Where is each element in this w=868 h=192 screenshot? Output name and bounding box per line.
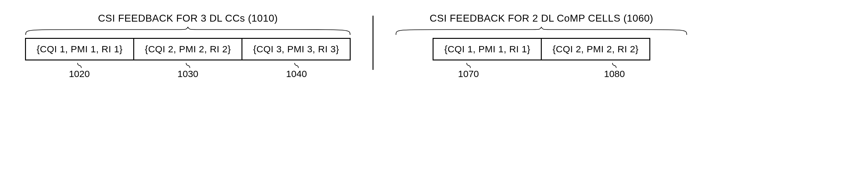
left-cell-2: {CQI 2, PMI 2, RI 2} <box>133 39 242 59</box>
right-brace-icon <box>395 27 687 35</box>
left-refs: 1020 1030 1040 <box>25 60 351 79</box>
left-ref-1: 1020 <box>25 62 133 79</box>
left-row: {CQI 1, PMI 1, RI 1} {CQI 2, PMI 2, RI 2… <box>25 38 351 60</box>
callout-tick-icon <box>76 62 83 68</box>
callout-tick-icon <box>184 62 192 68</box>
left-ref-2: 1030 <box>133 62 242 79</box>
right-ref-2: 1080 <box>541 62 687 79</box>
left-title: CSI FEEDBACK FOR 3 DL CCs (1010) <box>98 12 278 24</box>
right-panel: CSI FEEDBACK FOR 2 DL CoMP CELLS (1060) … <box>395 12 687 79</box>
vertical-divider <box>373 16 373 70</box>
left-cell-1: {CQI 1, PMI 1, RI 1} <box>26 39 133 59</box>
callout-tick-icon <box>293 62 300 68</box>
right-refs: 1070 1080 <box>395 60 687 79</box>
callout-tick-icon <box>465 62 472 68</box>
right-ref-2-num: 1080 <box>604 68 625 79</box>
right-cell-2: {CQI 2, PMI 2, RI 2} <box>541 39 649 59</box>
left-brace-icon <box>25 27 351 35</box>
left-ref-1-num: 1020 <box>69 68 90 79</box>
right-cell-1: {CQI 1, PMI 1, RI 1} <box>434 39 541 59</box>
right-row: {CQI 1, PMI 1, RI 1} {CQI 2, PMI 2, RI 2… <box>433 38 650 60</box>
right-ref-1-num: 1070 <box>458 68 479 79</box>
left-panel: CSI FEEDBACK FOR 3 DL CCs (1010) {CQI 1,… <box>25 12 351 79</box>
right-title: CSI FEEDBACK FOR 2 DL CoMP CELLS (1060) <box>430 12 653 24</box>
left-ref-3-num: 1040 <box>286 68 307 79</box>
csi-feedback-figure: CSI FEEDBACK FOR 3 DL CCs (1010) {CQI 1,… <box>25 12 843 79</box>
left-cell-3: {CQI 3, PMI 3, RI 3} <box>242 39 350 59</box>
right-ref-1: 1070 <box>395 62 541 79</box>
left-ref-3: 1040 <box>242 62 351 79</box>
left-ref-2-num: 1030 <box>177 68 198 79</box>
callout-tick-icon <box>611 62 618 68</box>
